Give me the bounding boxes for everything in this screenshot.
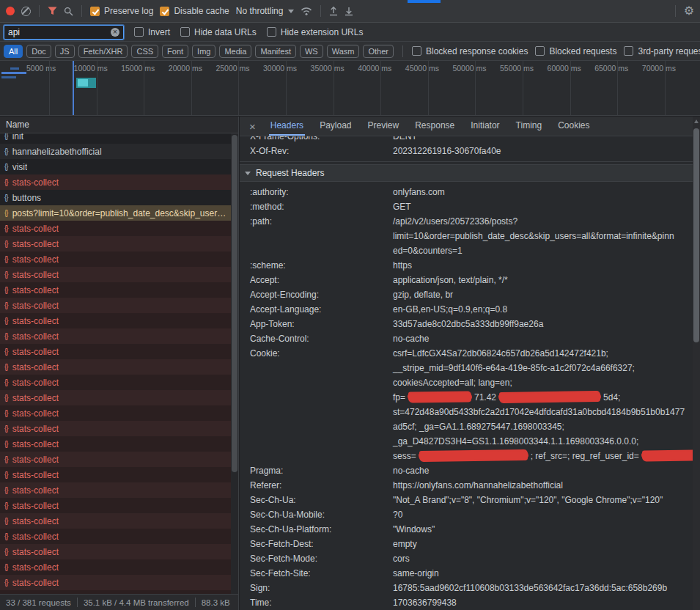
filter-chip-media[interactable]: Media	[219, 45, 251, 58]
blocked-response-cookies-checkbox[interactable]: Blocked response cookies	[412, 46, 528, 56]
tab-cookies[interactable]: Cookies	[556, 117, 591, 136]
scrollbar-up-arrow[interactable]	[694, 120, 699, 123]
export-har-icon[interactable]	[345, 6, 353, 16]
filter-chip-other[interactable]: Other	[363, 45, 394, 58]
tab-headers[interactable]: Headers	[269, 117, 305, 136]
request-headers-section-header[interactable]: Request Headers	[240, 164, 693, 182]
third-party-requests-label: 3rd-party requests	[638, 46, 700, 56]
header-value: 16785:5aad9602cf110608b03133de563642fac1…	[393, 581, 693, 595]
request-row[interactable]: {}stats-collect	[0, 251, 231, 267]
header-row: Sec-Fetch-Site:same-origin	[240, 566, 693, 581]
header-name: Accept-Encoding:	[250, 287, 393, 302]
close-details-icon[interactable]: ×	[243, 117, 262, 136]
request-name: stats-collect	[12, 547, 59, 557]
filter-chip-all[interactable]: All	[4, 45, 23, 58]
name-column-header[interactable]: Name	[0, 117, 238, 133]
request-row[interactable]: {}stats-collect	[0, 267, 231, 282]
request-row[interactable]: {}stats-collect	[0, 544, 231, 559]
clear-filter-icon[interactable]: ×	[111, 28, 119, 37]
request-row[interactable]: {}stats-collect	[0, 375, 231, 390]
request-row[interactable]: {}stats-collect	[0, 298, 231, 313]
request-list: {}init{}hannahelizabethofficial{}visit{}…	[0, 133, 231, 594]
request-name: init	[12, 133, 23, 142]
import-har-icon[interactable]	[329, 6, 338, 16]
header-name: Sec-Fetch-Mode:	[250, 551, 393, 566]
header-row: Accept-Language:en-GB,en-US;q=0.9,en;q=0…	[240, 302, 693, 317]
timeline-overview[interactable]: 5000 ms10000 ms15000 ms20000 ms25000 ms3…	[0, 61, 700, 116]
request-row[interactable]: {}stats-collect	[0, 529, 231, 544]
filter-chip-ws[interactable]: WS	[300, 45, 323, 58]
xhr-error-icon: {}	[4, 301, 8, 309]
preserve-log-checkbox[interactable]: Preserve log	[90, 6, 153, 16]
request-row[interactable]: {}stats-collect	[0, 421, 231, 436]
request-row[interactable]: {}stats-collect	[0, 313, 231, 328]
request-row[interactable]: {}stats-collect	[0, 344, 231, 359]
request-row[interactable]: {}stats-collect	[0, 236, 231, 251]
request-row[interactable]: {}stats-collect	[0, 282, 231, 298]
request-row[interactable]: {}posts?limit=10&order=publish_date_desc…	[0, 205, 231, 221]
filter-chip-js[interactable]: JS	[55, 45, 75, 58]
scrollbar-thumb[interactable]	[693, 128, 699, 342]
network-conditions-icon[interactable]	[301, 7, 312, 16]
scrollbar-thumb[interactable]	[232, 135, 237, 472]
request-row[interactable]: {}stats-collect	[0, 482, 231, 498]
invert-checkbox[interactable]: Invert	[134, 27, 170, 37]
details-content[interactable]: X-Frame-Options:DENYX-Of-Rev:20231226191…	[240, 136, 693, 610]
status-divider	[195, 598, 196, 607]
filter-input[interactable]: api ×	[4, 25, 124, 40]
header-value: DENY	[393, 136, 693, 144]
request-row[interactable]: {}stats-collect	[0, 498, 231, 513]
filter-chip-fetch-xhr[interactable]: Fetch/XHR	[78, 45, 128, 58]
throttling-select[interactable]: No throttling	[236, 6, 295, 16]
tab-timing[interactable]: Timing	[515, 117, 544, 136]
toolbar-divider	[39, 5, 40, 17]
timeline-gridline	[665, 61, 666, 115]
tab-response[interactable]: Response	[413, 117, 456, 136]
disable-cache-checkbox[interactable]: Disable cache	[160, 6, 229, 16]
request-row[interactable]: {}init	[0, 133, 231, 144]
hide-data-urls-checkbox[interactable]: Hide data URLs	[180, 27, 257, 37]
blocked-requests-checkbox[interactable]: Blocked requests	[535, 46, 616, 56]
details-scrollbar[interactable]	[693, 117, 700, 610]
header-value: cors	[393, 551, 693, 566]
request-row[interactable]: {}stats-collect	[0, 467, 231, 482]
request-row[interactable]: {}stats-collect	[0, 436, 231, 452]
tab-initiator[interactable]: Initiator	[469, 117, 501, 136]
filter-chip-css[interactable]: CSS	[131, 45, 158, 58]
request-name: hannahelizabethofficial	[12, 147, 102, 157]
request-name: visit	[12, 162, 28, 172]
filter-funnel-icon[interactable]	[48, 7, 57, 15]
record-button[interactable]	[6, 7, 15, 15]
filter-chip-font[interactable]: Font	[162, 45, 188, 58]
request-name: stats-collect	[12, 347, 59, 357]
request-row[interactable]: {}stats-collect	[0, 575, 231, 590]
redaction-scribble	[408, 392, 472, 401]
filter-chip-manifest[interactable]: Manifest	[255, 45, 296, 58]
header-value: csrf=LdfcGX4Sa72db06824c657db26a5d142472…	[393, 346, 693, 463]
request-row[interactable]: {}stats-collect	[0, 328, 231, 344]
request-row[interactable]: {}stats-collect	[0, 390, 231, 405]
filter-chip-wasm[interactable]: Wasm	[327, 45, 360, 58]
request-row[interactable]: {}stats-collect	[0, 359, 231, 375]
settings-gear-icon[interactable]: ⚙	[684, 5, 694, 17]
clear-network-log-icon[interactable]	[21, 7, 31, 16]
request-row[interactable]: {}stats-collect	[0, 452, 231, 467]
request-row[interactable]: {}stats-collect	[0, 221, 231, 236]
request-row[interactable]: {}visit	[0, 159, 231, 174]
third-party-requests-checkbox[interactable]: 3rd-party requests	[624, 46, 700, 56]
request-row[interactable]: {}stats-collect	[0, 513, 231, 529]
request-row[interactable]: {}stats-collect	[0, 174, 231, 190]
timeline-tick-label: 5000 ms	[26, 64, 56, 73]
request-row[interactable]: {}hannahelizabethofficial	[0, 144, 231, 159]
checkbox-checked-icon	[90, 7, 100, 16]
request-row[interactable]: {}stats-collect	[0, 559, 231, 575]
request-row[interactable]: {}buttons	[0, 190, 231, 205]
hide-extension-urls-checkbox[interactable]: Hide extension URLs	[267, 27, 364, 37]
search-icon[interactable]	[64, 7, 73, 16]
tab-payload[interactable]: Payload	[318, 117, 353, 136]
filter-chip-img[interactable]: Img	[192, 45, 215, 58]
request-row[interactable]: {}stats-collect	[0, 405, 231, 421]
tab-preview[interactable]: Preview	[366, 117, 401, 136]
filter-chip-doc[interactable]: Doc	[26, 45, 51, 58]
request-list-scrollbar[interactable]	[231, 133, 238, 594]
